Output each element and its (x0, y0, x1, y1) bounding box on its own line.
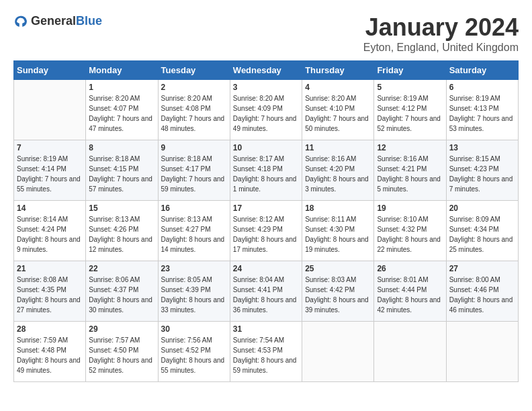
day-number: 8 (89, 143, 154, 152)
sunset-label: Sunset: 4:08 PM (161, 105, 211, 112)
sunrise-label: Sunrise: 8:18 AM (89, 155, 140, 163)
daylight-label: Daylight: 8 hours and 30 minutes. (89, 296, 152, 314)
day-number: 30 (161, 324, 227, 334)
day-info: Sunrise: 8:18 AM Sunset: 4:15 PM Dayligh… (89, 154, 154, 194)
day-info: Sunrise: 7:59 AM Sunset: 4:48 PM Dayligh… (17, 335, 83, 375)
calendar-cell: 28 Sunrise: 7:59 AM Sunset: 4:48 PM Dayl… (14, 322, 86, 382)
sunset-label: Sunset: 4:41 PM (233, 286, 283, 293)
sunrise-label: Sunrise: 8:19 AM (17, 155, 68, 163)
day-number: 18 (305, 203, 371, 213)
day-info: Sunrise: 7:57 AM Sunset: 4:50 PM Dayligh… (89, 335, 154, 375)
day-number: 13 (449, 143, 515, 152)
daylight-label: Daylight: 8 hours and 59 minutes. (233, 357, 297, 374)
sunrise-label: Sunrise: 7:59 AM (17, 336, 68, 344)
sunset-label: Sunset: 4:24 PM (17, 226, 66, 233)
title-block: January 2024 Eyton, England, United King… (363, 13, 519, 54)
daylight-label: Daylight: 7 hours and 49 minutes. (233, 115, 297, 132)
daylight-label: Daylight: 8 hours and 17 minutes. (233, 236, 297, 253)
day-info: Sunrise: 8:20 AM Sunset: 4:08 PM Dayligh… (161, 93, 227, 134)
location-title: Eyton, England, United Kingdom (363, 42, 519, 54)
daylight-label: Daylight: 8 hours and 3 minutes. (305, 175, 369, 193)
sunset-label: Sunset: 4:50 PM (89, 347, 138, 354)
daylight-label: Daylight: 8 hours and 52 minutes. (89, 357, 152, 374)
day-info: Sunrise: 8:01 AM Sunset: 4:44 PM Dayligh… (377, 275, 443, 315)
daylight-label: Daylight: 7 hours and 50 minutes. (305, 115, 369, 132)
day-number: 27 (449, 264, 515, 273)
sunrise-label: Sunrise: 8:12 AM (233, 216, 284, 223)
calendar-cell: 9 Sunrise: 8:18 AM Sunset: 4:17 PM Dayli… (158, 140, 230, 201)
dow-header-monday: Monday (86, 61, 158, 80)
sunrise-label: Sunrise: 8:00 AM (449, 276, 500, 283)
daylight-label: Daylight: 8 hours and 12 minutes. (89, 236, 152, 253)
daylight-label: Daylight: 8 hours and 1 minute. (233, 175, 297, 193)
sunrise-label: Sunrise: 8:13 AM (89, 216, 140, 223)
day-info: Sunrise: 8:20 AM Sunset: 4:10 PM Dayligh… (305, 93, 371, 134)
calendar-week-1: 1 Sunrise: 8:20 AM Sunset: 4:07 PM Dayli… (14, 80, 519, 140)
calendar-cell (446, 322, 518, 382)
daylight-label: Daylight: 7 hours and 53 minutes. (449, 115, 513, 132)
daylight-label: Daylight: 8 hours and 5 minutes. (377, 175, 441, 193)
sunset-label: Sunset: 4:48 PM (17, 347, 66, 354)
logo-text: GeneralBlue (31, 14, 102, 28)
sunrise-label: Sunrise: 8:01 AM (377, 276, 428, 283)
day-number: 31 (233, 324, 299, 334)
sunrise-label: Sunrise: 8:16 AM (377, 155, 428, 163)
daylight-label: Daylight: 8 hours and 46 minutes. (449, 296, 513, 314)
sunrise-label: Sunrise: 8:03 AM (305, 276, 356, 283)
sunset-label: Sunset: 4:12 PM (377, 105, 427, 112)
daylight-label: Daylight: 7 hours and 55 minutes. (17, 175, 81, 193)
calendar-cell: 29 Sunrise: 7:57 AM Sunset: 4:50 PM Dayl… (86, 322, 158, 382)
sunset-label: Sunset: 4:46 PM (449, 286, 499, 293)
calendar-cell: 30 Sunrise: 7:56 AM Sunset: 4:52 PM Dayl… (158, 322, 230, 382)
sunrise-label: Sunrise: 8:10 AM (377, 216, 428, 223)
calendar-cell: 17 Sunrise: 8:12 AM Sunset: 4:29 PM Dayl… (230, 201, 302, 261)
daylight-label: Daylight: 7 hours and 52 minutes. (377, 115, 441, 132)
sunset-label: Sunset: 4:30 PM (305, 226, 355, 233)
day-info: Sunrise: 8:04 AM Sunset: 4:41 PM Dayligh… (233, 275, 299, 315)
sunset-label: Sunset: 4:53 PM (233, 347, 283, 354)
sunrise-label: Sunrise: 7:54 AM (233, 336, 284, 344)
day-info: Sunrise: 8:13 AM Sunset: 4:27 PM Dayligh… (161, 214, 227, 255)
day-number: 7 (17, 143, 83, 152)
sunrise-label: Sunrise: 8:19 AM (377, 95, 428, 102)
sunrise-label: Sunrise: 8:20 AM (305, 95, 356, 102)
day-info: Sunrise: 8:10 AM Sunset: 4:32 PM Dayligh… (377, 214, 443, 255)
sunset-label: Sunset: 4:23 PM (449, 165, 499, 173)
day-info: Sunrise: 8:13 AM Sunset: 4:26 PM Dayligh… (89, 214, 154, 255)
day-number: 28 (17, 324, 83, 334)
sunrise-label: Sunrise: 8:20 AM (161, 95, 212, 102)
sunset-label: Sunset: 4:26 PM (89, 226, 138, 233)
sunrise-label: Sunrise: 7:56 AM (161, 336, 212, 344)
logo-icon (13, 13, 28, 28)
day-number: 21 (17, 264, 83, 273)
sunset-label: Sunset: 4:27 PM (161, 226, 211, 233)
day-number: 4 (305, 83, 371, 92)
calendar-cell: 22 Sunrise: 8:06 AM Sunset: 4:37 PM Dayl… (86, 261, 158, 322)
logo: GeneralBlue (13, 13, 102, 28)
sunset-label: Sunset: 4:10 PM (305, 105, 355, 112)
daylight-label: Daylight: 8 hours and 9 minutes. (17, 236, 81, 253)
day-info: Sunrise: 8:17 AM Sunset: 4:18 PM Dayligh… (233, 154, 299, 194)
calendar-cell: 7 Sunrise: 8:19 AM Sunset: 4:14 PM Dayli… (14, 140, 86, 201)
calendar-week-2: 7 Sunrise: 8:19 AM Sunset: 4:14 PM Dayli… (14, 140, 519, 201)
day-info: Sunrise: 8:20 AM Sunset: 4:07 PM Dayligh… (89, 93, 154, 134)
calendar-cell: 8 Sunrise: 8:18 AM Sunset: 4:15 PM Dayli… (86, 140, 158, 201)
sunset-label: Sunset: 4:13 PM (449, 105, 499, 112)
day-number: 10 (233, 143, 299, 152)
month-title: January 2024 (363, 13, 519, 42)
sunrise-label: Sunrise: 8:05 AM (161, 276, 212, 283)
day-number: 25 (305, 264, 371, 273)
sunset-label: Sunset: 4:17 PM (161, 165, 211, 173)
day-number: 26 (377, 264, 443, 273)
day-info: Sunrise: 8:18 AM Sunset: 4:17 PM Dayligh… (161, 154, 227, 194)
day-number: 17 (233, 203, 299, 213)
calendar-cell (374, 322, 446, 382)
calendar-week-4: 21 Sunrise: 8:08 AM Sunset: 4:35 PM Dayl… (14, 261, 519, 322)
calendar-cell: 19 Sunrise: 8:10 AM Sunset: 4:32 PM Dayl… (374, 201, 446, 261)
dow-header-thursday: Thursday (302, 61, 374, 80)
day-info: Sunrise: 8:06 AM Sunset: 4:37 PM Dayligh… (89, 275, 154, 315)
daylight-label: Daylight: 8 hours and 25 minutes. (449, 236, 513, 253)
calendar-cell: 11 Sunrise: 8:16 AM Sunset: 4:20 PM Dayl… (302, 140, 374, 201)
logo-general: General (31, 14, 76, 28)
calendar-cell: 26 Sunrise: 8:01 AM Sunset: 4:44 PM Dayl… (374, 261, 446, 322)
